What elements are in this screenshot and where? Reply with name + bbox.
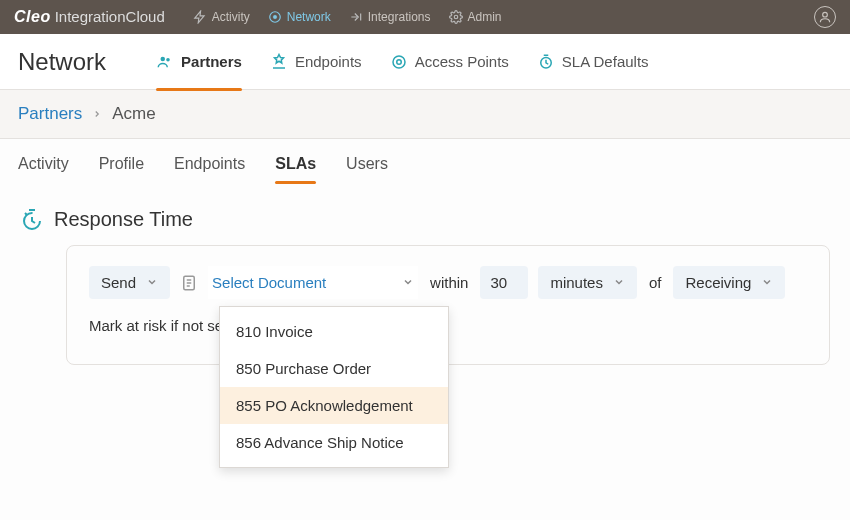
brand-logo: Cleo IntegrationCloud [14,8,165,26]
breadcrumb-current: Acme [112,104,155,124]
topnav-integrations-label: Integrations [368,10,431,24]
svg-point-2 [454,15,458,19]
topnav-integrations[interactable]: Integrations [349,10,431,24]
chevron-down-icon [761,274,773,291]
top-bar: Cleo IntegrationCloud Activity Network I… [0,0,850,34]
within-label: within [428,274,470,291]
network-icon [268,10,282,24]
trigger-select[interactable]: Receiving [673,266,785,299]
access-points-icon [390,53,408,71]
svg-point-3 [823,12,828,17]
svg-point-5 [166,57,170,61]
svg-point-1 [273,15,277,19]
tab-slas[interactable]: SLAs [275,155,316,183]
unit-select[interactable]: minutes [538,266,637,299]
svg-point-4 [161,56,166,61]
dropdown-option-856[interactable]: 856 Advance Ship Notice [220,424,448,461]
secnav-endpoints-label: Endpoints [295,53,362,70]
section-title: Network [18,48,106,76]
secnav-sla-defaults-label: SLA Defaults [562,53,649,70]
dropdown-option-810[interactable]: 810 Invoice [220,313,448,350]
unit-select-value: minutes [550,274,603,291]
breadcrumb-parent[interactable]: Partners [18,104,82,124]
chevron-down-icon [402,274,414,291]
document-select[interactable]: Select Document [208,266,418,299]
secnav-partners[interactable]: Partners [156,47,242,77]
dropdown-option-855[interactable]: 855 PO Acknowledgement [220,387,448,424]
chevron-down-icon [613,274,625,291]
topnav-network-label: Network [287,10,331,24]
integrations-icon [349,10,363,24]
sla-rule-row: Send Select Document within minutes of R… [89,266,807,299]
breadcrumb: Partners Acme [0,90,850,139]
partner-tabs: Activity Profile Endpoints SLAs Users [0,139,850,183]
document-select-placeholder: Select Document [212,274,326,291]
sla-rule-card: Send Select Document within minutes of R… [66,245,830,365]
sla-defaults-icon [537,53,555,71]
timer-icon [20,207,44,231]
partners-icon [156,53,174,71]
topnav-activity-label: Activity [212,10,250,24]
endpoints-icon [270,53,288,71]
response-time-label: Response Time [54,208,193,231]
section-nav: Partners Endpoints Access Points SLA Def… [156,47,649,77]
user-avatar[interactable] [814,6,836,28]
action-select-value: Send [101,274,136,291]
chevron-down-icon [146,274,158,291]
dropdown-option-850[interactable]: 850 Purchase Order [220,350,448,387]
tab-endpoints[interactable]: Endpoints [174,155,245,183]
action-select[interactable]: Send [89,266,170,299]
activity-icon [193,10,207,24]
duration-input[interactable] [480,266,528,299]
topnav-admin-label: Admin [468,10,502,24]
top-nav: Activity Network Integrations Admin [193,10,502,24]
secnav-sla-defaults[interactable]: SLA Defaults [537,47,649,77]
trigger-select-value: Receiving [685,274,751,291]
of-label: of [647,274,664,291]
secnav-access-points[interactable]: Access Points [390,47,509,77]
topnav-admin[interactable]: Admin [449,10,502,24]
topnav-activity[interactable]: Activity [193,10,250,24]
secnav-partners-label: Partners [181,53,242,70]
secnav-access-points-label: Access Points [415,53,509,70]
tab-profile[interactable]: Profile [99,155,144,183]
secnav-endpoints[interactable]: Endpoints [270,47,362,77]
admin-icon [449,10,463,24]
document-dropdown: 810 Invoice 850 Purchase Order 855 PO Ac… [219,306,449,468]
topnav-network[interactable]: Network [268,10,331,24]
chevron-right-icon [92,104,102,124]
brand-integrationcloud: IntegrationCloud [55,8,165,25]
response-time-heading: Response Time [20,207,830,231]
tab-users[interactable]: Users [346,155,388,183]
tab-activity[interactable]: Activity [18,155,69,183]
brand-cleo: Cleo [14,8,51,26]
svg-point-6 [396,59,401,64]
document-icon [180,274,198,292]
section-bar: Network Partners Endpoints Access Points… [0,34,850,90]
svg-point-7 [393,56,405,68]
content-area: Response Time Send Select Document withi… [0,183,850,389]
